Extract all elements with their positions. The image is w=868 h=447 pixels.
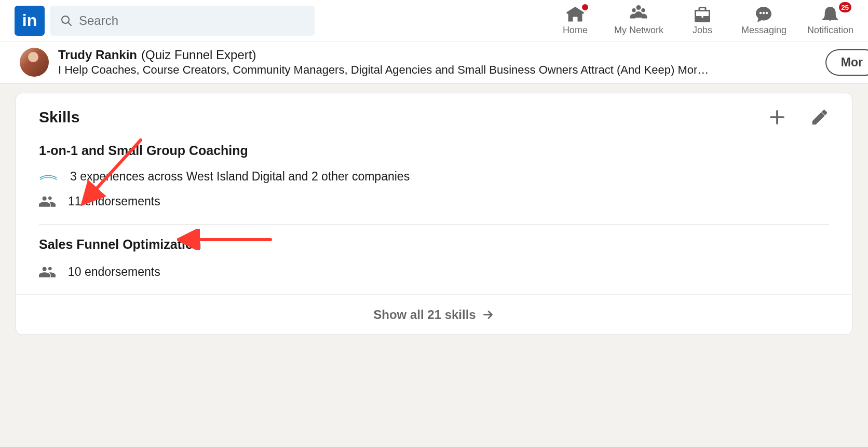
nav-label: Messaging <box>741 25 786 36</box>
endorsements-text: 10 endorsements <box>68 265 160 279</box>
nav-items: Home My Network Jobs Messaging 25 Notifi… <box>557 5 853 36</box>
profile-name: Trudy Rankin <box>58 48 137 62</box>
nav-label: Jobs <box>693 25 712 36</box>
avatar[interactable] <box>20 48 49 77</box>
card-header: Skills <box>16 93 852 131</box>
people-icon <box>39 193 56 209</box>
profile-info: Trudy Rankin (Quiz Funnel Expert) I Help… <box>58 48 816 77</box>
nav-network[interactable]: My Network <box>614 5 663 36</box>
search-box[interactable] <box>50 6 315 36</box>
profile-bar: Trudy Rankin (Quiz Funnel Expert) I Help… <box>0 41 868 83</box>
content-area: Skills 1-on-1 and Small Group Coaching 3… <box>0 83 868 351</box>
skill-item[interactable]: Sales Funnel Optimization 10 endorsement… <box>16 225 852 295</box>
profile-headline: I Help Coaches, Course Creators, Communi… <box>58 63 816 77</box>
nav-home[interactable]: Home <box>557 5 593 36</box>
skill-name: 1-on-1 and Small Group Coaching <box>39 143 829 158</box>
skill-endorsements-row[interactable]: 10 endorsements <box>39 263 829 280</box>
messaging-icon <box>754 5 773 24</box>
search-icon <box>60 15 73 27</box>
nav-label: Home <box>563 25 588 36</box>
nav-jobs[interactable]: Jobs <box>684 5 721 36</box>
skill-endorsements-row[interactable]: 11 endorsements <box>39 193 829 209</box>
skills-title: Skills <box>39 108 768 126</box>
endorsements-text: 11 endorsements <box>68 194 160 208</box>
skill-name: Sales Funnel Optimization <box>39 237 829 252</box>
more-button[interactable]: Mor <box>825 49 868 76</box>
skills-card: Skills 1-on-1 and Small Group Coaching 3… <box>16 93 852 335</box>
plus-icon[interactable] <box>768 108 786 127</box>
show-all-skills[interactable]: Show all 21 skills <box>16 295 852 334</box>
nav-messaging[interactable]: Messaging <box>741 5 786 36</box>
global-header: in Home My Network Jobs Messaging 25 Not… <box>0 0 868 41</box>
card-actions <box>768 108 829 127</box>
people-icon <box>39 263 56 280</box>
linkedin-logo[interactable]: in <box>15 6 45 36</box>
jobs-icon <box>693 5 712 24</box>
skill-item[interactable]: 1-on-1 and Small Group Coaching 3 experi… <box>16 131 852 224</box>
nav-label: Notification <box>807 25 853 36</box>
nav-label: My Network <box>614 25 663 36</box>
skill-experience-row[interactable]: 3 experiences across West Island Digital… <box>39 170 829 184</box>
home-badge-dot <box>581 3 589 11</box>
nav-notifications[interactable]: 25 Notification <box>807 5 853 36</box>
arrow-right-icon <box>481 308 495 322</box>
bell-icon <box>821 5 839 24</box>
profile-suffix: (Quiz Funnel Expert) <box>141 48 256 62</box>
notifications-badge: 25 <box>839 2 851 12</box>
search-input[interactable] <box>79 13 304 28</box>
pencil-icon[interactable] <box>810 108 829 127</box>
show-all-text: Show all 21 skills <box>373 308 476 322</box>
company-logo-icon <box>39 171 58 183</box>
network-icon <box>629 5 648 24</box>
skill-experience-text: 3 experiences across West Island Digital… <box>70 170 410 184</box>
